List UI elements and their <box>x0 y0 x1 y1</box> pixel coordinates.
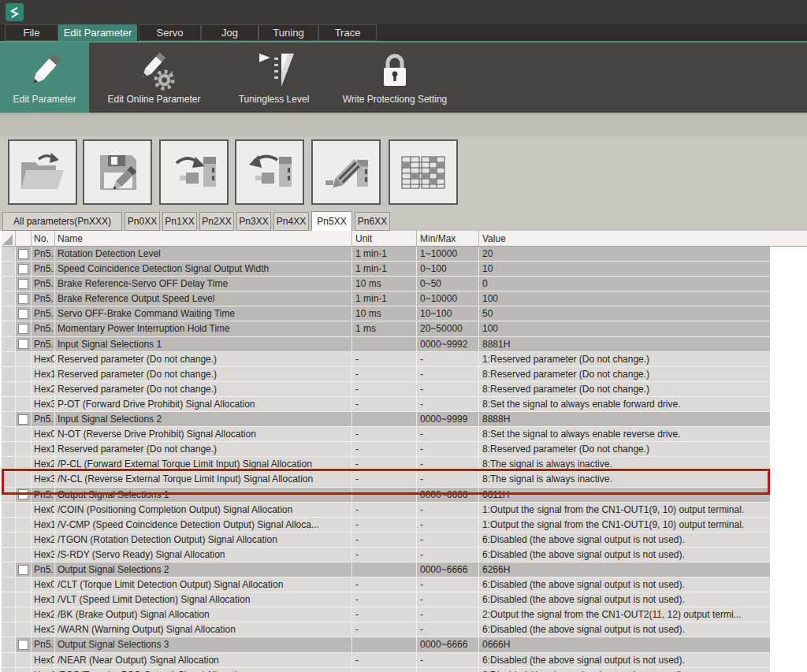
row-checkbox[interactable] <box>18 249 28 259</box>
value-cell[interactable]: 1:Output the signal from the CN1-OUT1(9,… <box>479 503 770 517</box>
value-cell[interactable]: 8:Set the signal to always enable forwar… <box>479 397 770 411</box>
table-row[interactable]: Pn5...Output Signal Selections 10000~666… <box>2 488 770 503</box>
row-checkbox[interactable] <box>18 565 28 575</box>
tab-pn4xx[interactable]: Pn4XX <box>273 212 309 231</box>
name-cell[interactable]: Brake Reference Output Speed Level <box>55 291 352 306</box>
table-row[interactable]: Hex1Reserved parameter (Do not change.)-… <box>2 442 770 457</box>
table-row[interactable]: Pn5...Output Signal Selections 20000~666… <box>2 562 770 577</box>
name-cell[interactable]: /COIN (Positioning Completion Output) Si… <box>55 503 352 517</box>
table-row[interactable]: Hex0Reserved parameter (Do not change.)-… <box>2 352 770 367</box>
ribbon-tuningless-level[interactable]: Tuningless Level <box>232 43 315 113</box>
value-cell[interactable]: 100 <box>479 321 770 336</box>
row-checkbox[interactable] <box>18 264 28 274</box>
read-from-servo-button[interactable] <box>235 139 304 205</box>
table-row[interactable]: Hex2/TGON (Rotation Detection Output) Si… <box>2 533 770 548</box>
menu-file[interactable]: File <box>5 24 58 41</box>
name-cell[interactable]: Reserved parameter (Do not change.) <box>55 367 352 381</box>
parameter-grid-button[interactable] <box>389 139 458 205</box>
table-row[interactable]: Hex3/S-RDY (Servo Ready) Signal Allocati… <box>2 548 770 562</box>
value-cell[interactable]: 6:Disabled (the above signal output is n… <box>479 668 770 672</box>
table-row[interactable]: Hex3/N-CL (Reverse External Torque Limit… <box>2 472 770 487</box>
tab-pn1xx[interactable]: Pn1XX <box>162 212 197 231</box>
row-checkbox[interactable] <box>18 294 28 304</box>
value-cell[interactable]: 6266H <box>479 562 770 577</box>
row-checkbox[interactable] <box>18 279 28 289</box>
header-minmax[interactable]: Min/Max <box>417 231 479 246</box>
value-cell[interactable]: 8:Set the signal to always enable revers… <box>479 427 770 441</box>
tab-pn5xx[interactable]: Pn5XX <box>311 211 352 231</box>
table-row[interactable]: Pn5...Momentary Power Interruption Hold … <box>2 321 770 336</box>
value-cell[interactable]: 8:Reserved parameter (Do not change.) <box>479 442 770 456</box>
row-checkbox[interactable] <box>18 324 28 334</box>
name-cell[interactable]: Output Signal Selections 3 <box>55 637 352 652</box>
table-row[interactable]: Hex0/CLT (Torque Limit Detection Output)… <box>2 577 770 592</box>
save-parameter-file-button[interactable] <box>83 139 152 205</box>
value-cell[interactable]: 6:Disabled (the above signal output is n… <box>479 653 770 667</box>
value-cell[interactable]: 8:Reserved parameter (Do not change.) <box>479 382 770 396</box>
name-cell[interactable]: Momentary Power Interruption Hold Time <box>55 321 352 336</box>
menu-trace[interactable]: Trace <box>318 24 377 41</box>
name-cell[interactable]: /TGON (Rotation Detection Output) Signal… <box>55 533 352 547</box>
tab-pn2xx[interactable]: Pn2XX <box>199 212 234 231</box>
table-row[interactable]: Pn5...Brake Reference-Servo OFF Delay Ti… <box>2 277 770 291</box>
ribbon-edit-online-parameter[interactable]: Edit Online Parameter <box>97 43 211 113</box>
name-cell[interactable]: Output Signal Selections 1 <box>55 488 352 502</box>
ribbon-edit-parameter[interactable]: Edit Parameter <box>0 43 89 113</box>
table-row[interactable]: Hex2Reserved parameter (Do not change.)-… <box>2 382 770 397</box>
name-cell[interactable]: Reserved parameter (Do not change.) <box>55 352 352 366</box>
tab-pn0xx[interactable]: Pn0XX <box>125 212 160 231</box>
header-no[interactable]: No. <box>32 231 55 246</box>
value-cell[interactable]: 1:Output the signal from the CN1-OUT1(9,… <box>479 518 770 532</box>
select-all-corner[interactable] <box>2 231 16 246</box>
name-cell[interactable]: /BK (Brake Output) Signal Allocation <box>55 607 352 622</box>
value-cell[interactable]: 10 <box>479 262 770 276</box>
menu-edit-parameter[interactable]: Edit Parameter <box>58 24 137 41</box>
tab-pn6xx[interactable]: Pn6XX <box>355 212 390 231</box>
value-cell[interactable]: 8:The signal is always inactive. <box>479 472 770 486</box>
menu-servo[interactable]: Servo <box>139 24 201 41</box>
value-cell[interactable]: 6:Disabled (the above signal output is n… <box>479 533 770 547</box>
name-cell[interactable]: /PSO(Encoder PSO Output) Signal Allocati… <box>55 668 352 672</box>
value-cell[interactable]: 6611H <box>479 488 770 502</box>
table-row[interactable]: Pn5...Speed Coincidence Detection Signal… <box>2 262 770 277</box>
name-cell[interactable]: /P-CL (Forward External Torque Limit Inp… <box>55 457 352 471</box>
name-cell[interactable]: /S-RDY (Servo Ready) Signal Allocation <box>55 548 352 562</box>
value-cell[interactable]: 6:Disabled (the above signal output is n… <box>479 577 770 592</box>
name-cell[interactable]: P-OT (Forward Drive Prohibit) Signal All… <box>55 397 352 411</box>
name-cell[interactable]: /CLT (Torque Limit Detection Output) Sig… <box>55 577 352 592</box>
value-cell[interactable]: 50 <box>479 306 770 321</box>
row-checkbox[interactable] <box>18 489 28 499</box>
row-checkbox[interactable] <box>18 339 28 349</box>
menu-jog[interactable]: Jog <box>201 24 258 41</box>
value-cell[interactable]: 6:Disabled (the above signal output is n… <box>479 622 770 637</box>
value-cell[interactable]: 8881H <box>479 337 770 351</box>
table-row[interactable]: Hex1/VLT (Speed Limit Detection) Signal … <box>2 592 770 607</box>
name-cell[interactable]: /N-CL (Reverse External Torque Limit Inp… <box>55 472 352 486</box>
value-cell[interactable]: 6:Disabled (the above signal output is n… <box>479 548 770 562</box>
header-name[interactable]: Name <box>55 231 352 246</box>
value-cell[interactable]: 0666H <box>479 637 770 652</box>
row-checkbox[interactable] <box>18 640 28 650</box>
table-row[interactable]: Hex2/BK (Brake Output) Signal Allocation… <box>2 607 770 622</box>
value-cell[interactable]: 1:Reserved parameter (Do not change.) <box>479 352 770 366</box>
value-cell[interactable]: 0 <box>479 277 770 291</box>
name-cell[interactable]: /WARN (Warning Output) Signal Allocation <box>55 622 352 637</box>
value-cell[interactable]: 8:Reserved parameter (Do not change.) <box>479 367 770 381</box>
row-checkbox[interactable] <box>18 414 28 425</box>
name-cell[interactable]: Input Signal Selections 2 <box>55 412 352 426</box>
name-cell[interactable]: Speed Coincidence Detection Signal Outpu… <box>55 262 352 276</box>
table-row[interactable]: Pn5...Brake Reference Output Speed Level… <box>2 291 770 306</box>
name-cell[interactable]: Reserved parameter (Do not change.) <box>55 382 352 396</box>
header-unit[interactable]: Unit <box>352 231 417 246</box>
table-row[interactable]: Pn5...Output Signal Selections 30000~666… <box>2 637 770 652</box>
value-cell[interactable]: 100 <box>479 291 770 306</box>
name-cell[interactable]: Reserved parameter (Do not change.) <box>55 442 352 456</box>
tab-pn3xx[interactable]: Pn3XX <box>236 212 271 231</box>
name-cell[interactable]: Brake Reference-Servo OFF Delay Time <box>55 277 352 291</box>
value-cell[interactable]: 2:Output the signal from the CN1-OUT2(11… <box>479 607 770 622</box>
header-value[interactable]: Value <box>479 231 770 246</box>
name-cell[interactable]: N-OT (Reverse Drive Prohibit) Signal All… <box>55 427 352 441</box>
value-cell[interactable]: 8888H <box>479 412 770 426</box>
table-row[interactable]: Pn5...Input Signal Selections 20000~9999… <box>2 412 770 427</box>
name-cell[interactable]: Rotation Detection Level <box>55 247 352 261</box>
